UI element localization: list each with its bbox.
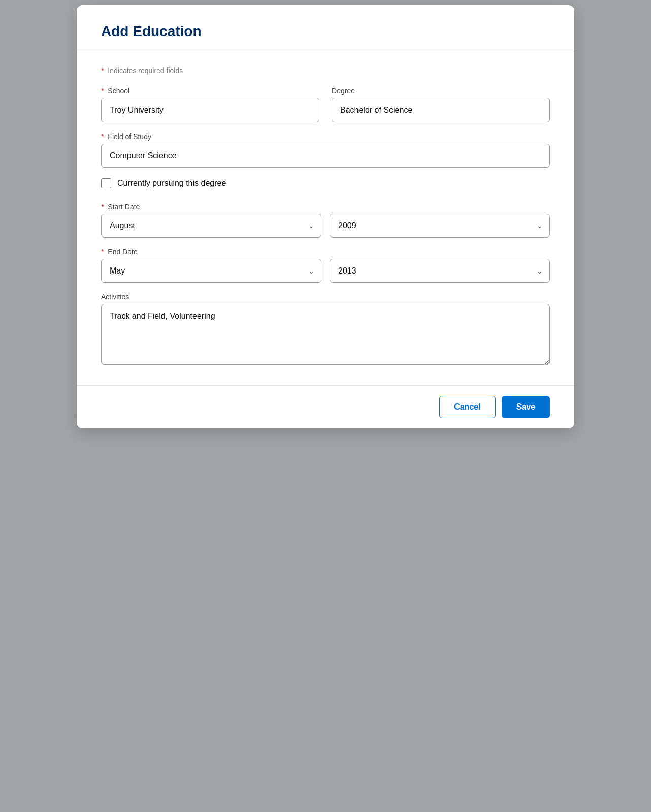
start-date-group: * Start Date August January February Mar… — [101, 202, 550, 238]
start-date-selects: August January February March April May … — [101, 214, 550, 238]
end-month-wrapper: May January February March April June Ju… — [101, 259, 321, 283]
degree-input[interactable]: Bachelor of Science — [332, 98, 550, 122]
activities-textarea[interactable]: Track and Field, Volunteering — [101, 304, 550, 365]
modal-header: Add Education — [77, 5, 574, 52]
modal-overlay: Add Education * Indicates required field… — [0, 0, 651, 812]
degree-label: Degree — [332, 87, 550, 95]
start-year-wrapper: 2009 2005 2006 2007 2008 2010 2011 2012 … — [330, 214, 550, 238]
end-year-select[interactable]: 2013 2010 2011 2012 2014 2015 — [330, 259, 550, 283]
add-education-modal: Add Education * Indicates required field… — [77, 5, 574, 428]
required-asterisk: * — [101, 66, 104, 75]
required-fields-note: * Indicates required fields — [101, 66, 550, 75]
start-year-select[interactable]: 2009 2005 2006 2007 2008 2010 2011 2012 … — [330, 214, 550, 238]
cancel-button[interactable]: Cancel — [439, 396, 495, 418]
currently-pursuing-checkbox[interactable] — [101, 178, 111, 188]
start-date-row: * Start Date August January February Mar… — [101, 202, 550, 238]
school-input[interactable]: Troy University — [101, 98, 319, 122]
end-year-wrapper: 2013 2010 2011 2012 2014 2015 ⌄ — [330, 259, 550, 283]
modal-title: Add Education — [101, 23, 550, 40]
modal-body: * Indicates required fields * School Tro… — [77, 52, 574, 385]
activities-group: Activities Track and Field, Volunteering — [101, 293, 550, 365]
end-date-group: * End Date May January February March Ap… — [101, 248, 550, 283]
modal-footer: Cancel Save — [77, 385, 574, 428]
start-month-select[interactable]: August January February March April May … — [101, 214, 321, 238]
school-degree-row: * School Troy University Degree Bachelor… — [101, 87, 550, 122]
activities-row: Activities Track and Field, Volunteering — [101, 293, 550, 365]
activities-label: Activities — [101, 293, 550, 301]
currently-pursuing-label[interactable]: Currently pursuing this degree — [117, 179, 226, 188]
start-date-label: * Start Date — [101, 202, 550, 211]
field-of-study-input[interactable]: Computer Science — [101, 144, 550, 168]
end-date-row: * End Date May January February March Ap… — [101, 248, 550, 283]
end-month-select[interactable]: May January February March April June Ju… — [101, 259, 321, 283]
field-of-study-label: * Field of Study — [101, 132, 550, 141]
start-month-wrapper: August January February March April May … — [101, 214, 321, 238]
save-button[interactable]: Save — [502, 396, 550, 418]
field-of-study-row: * Field of Study Computer Science — [101, 132, 550, 168]
field-of-study-group: * Field of Study Computer Science — [101, 132, 550, 168]
school-group: * School Troy University — [101, 87, 319, 122]
end-date-selects: May January February March April June Ju… — [101, 259, 550, 283]
currently-pursuing-row: Currently pursuing this degree — [101, 178, 550, 188]
school-label: * School — [101, 87, 319, 95]
degree-group: Degree Bachelor of Science — [332, 87, 550, 122]
end-date-label: * End Date — [101, 248, 550, 256]
